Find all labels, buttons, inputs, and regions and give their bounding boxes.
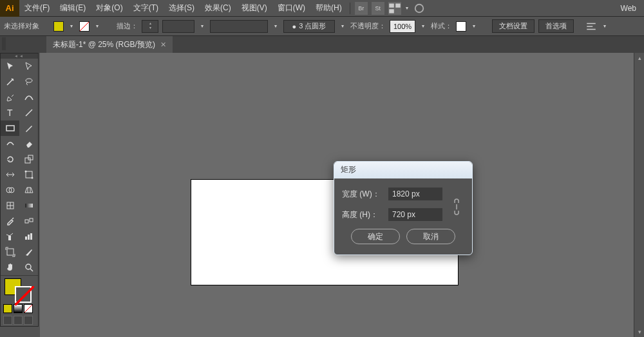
- svg-rect-24: [7, 249, 14, 255]
- color-mode-gradient[interactable]: [14, 304, 23, 313]
- fill-stroke-control[interactable]: [1, 277, 38, 303]
- svg-point-4: [12, 79, 14, 80]
- opacity-input[interactable]: 100%: [390, 20, 415, 33]
- gradient-tool[interactable]: [19, 198, 38, 213]
- stroke-weight-field[interactable]: [162, 20, 194, 33]
- menu-object[interactable]: 对象(O): [91, 3, 128, 14]
- brush-dropdown-icon[interactable]: ▾: [339, 23, 346, 29]
- arrange-docs-icon[interactable]: [388, 2, 401, 15]
- width-tool[interactable]: [1, 167, 19, 182]
- scroll-down-icon[interactable]: ▾: [634, 327, 644, 337]
- menu-effect[interactable]: 效果(C): [200, 3, 236, 14]
- document-tab[interactable]: 未标题-1* @ 25% (RGB/预览) ✕: [46, 36, 173, 53]
- paintbrush-tool[interactable]: [19, 120, 38, 136]
- line-segment-tool[interactable]: [19, 105, 38, 120]
- stroke-color-box[interactable]: [15, 286, 32, 303]
- rotate-tool[interactable]: [1, 151, 19, 167]
- rectangle-tool[interactable]: [1, 120, 19, 136]
- dialog-title[interactable]: 矩形: [334, 162, 472, 178]
- arrange-dropdown-icon[interactable]: ▾: [403, 5, 411, 11]
- style-label: 样式：: [431, 21, 452, 31]
- app-logo-text: Ai: [6, 3, 14, 13]
- align-dropdown-icon[interactable]: ▾: [601, 23, 609, 29]
- free-transform-tool[interactable]: [19, 167, 38, 182]
- curvature-tool[interactable]: [19, 90, 38, 105]
- svg-rect-8: [6, 126, 14, 131]
- workspace-label[interactable]: Web: [621, 4, 644, 13]
- svg-rect-1: [395, 3, 401, 7]
- close-tab-icon[interactable]: ✕: [160, 41, 166, 49]
- bridge-icon[interactable]: Br: [355, 2, 368, 15]
- draw-normal[interactable]: [3, 316, 12, 325]
- fill-dropdown-icon[interactable]: ▾: [68, 23, 75, 29]
- pen-tool[interactable]: [1, 90, 19, 105]
- options-bar: 未选择对象 ▾ ▾ 描边： ▴▾ ▾ ▾ ● 3 点圆形 ▾ 不透明度： 100…: [0, 17, 644, 36]
- tools-panel-handle[interactable]: ◄◄: [1, 53, 38, 59]
- opacity-dropdown-icon[interactable]: ▾: [419, 23, 427, 29]
- eraser-tool[interactable]: [19, 136, 38, 151]
- slice-tool[interactable]: [19, 244, 38, 260]
- mesh-tool[interactable]: [1, 198, 19, 213]
- ok-button[interactable]: 确定: [351, 229, 400, 244]
- scroll-track[interactable]: [634, 63, 644, 327]
- draw-behind[interactable]: [14, 316, 23, 325]
- svg-point-3: [415, 4, 423, 12]
- tools-separator: [1, 275, 38, 276]
- shape-builder-tool[interactable]: [1, 182, 19, 198]
- stroke-weight-input[interactable]: ▴▾: [142, 20, 158, 33]
- perspective-grid-tool[interactable]: [19, 182, 38, 198]
- graphic-style-swatch[interactable]: [456, 21, 466, 32]
- shaper-tool[interactable]: [1, 136, 19, 151]
- height-input[interactable]: [388, 208, 442, 221]
- scroll-up-icon[interactable]: ▴: [634, 53, 644, 63]
- preferences-button[interactable]: 首选项: [538, 19, 574, 33]
- color-mode-none[interactable]: [24, 304, 33, 313]
- eyedropper-tool[interactable]: [1, 213, 19, 229]
- style-dropdown-icon[interactable]: ▾: [470, 23, 478, 29]
- lasso-tool[interactable]: [19, 74, 38, 90]
- symbol-sprayer-tool[interactable]: [1, 229, 19, 244]
- var-width-profile[interactable]: [210, 20, 268, 33]
- cancel-button[interactable]: 取消: [406, 229, 455, 244]
- constrain-proportions-icon[interactable]: [451, 198, 462, 216]
- svg-point-12: [24, 171, 26, 173]
- menu-file[interactable]: 文件(F): [19, 3, 55, 14]
- menu-window[interactable]: 窗口(W): [272, 3, 310, 14]
- direct-selection-tool[interactable]: [19, 59, 38, 74]
- document-tab-title: 未标题-1* @ 25% (RGB/预览): [53, 39, 155, 50]
- opacity-label: 不透明度：: [350, 21, 386, 31]
- blend-tool[interactable]: [19, 213, 38, 229]
- menu-help[interactable]: 帮助(H): [310, 3, 347, 14]
- brush-definition[interactable]: ● 3 点圆形: [283, 20, 335, 33]
- stroke-dropdown-icon[interactable]: ▾: [93, 23, 101, 29]
- svg-rect-0: [389, 3, 394, 7]
- align-icon[interactable]: [585, 21, 597, 32]
- menu-edit[interactable]: 编辑(E): [55, 3, 91, 14]
- scale-tool[interactable]: [19, 151, 38, 167]
- tabbar-handle[interactable]: [2, 37, 6, 50]
- zoom-tool[interactable]: [19, 260, 38, 275]
- fill-swatch[interactable]: [53, 21, 64, 32]
- stroke-weight-dropdown-icon[interactable]: ▾: [198, 23, 206, 29]
- document-setup-button[interactable]: 文档设置: [492, 19, 535, 33]
- hand-tool[interactable]: [1, 260, 19, 275]
- menu-type[interactable]: 文字(T): [128, 3, 164, 14]
- rectangle-dialog: 矩形 宽度 (W)： 高度 (H)： 确定 取消: [334, 161, 473, 255]
- width-input[interactable]: [388, 188, 442, 200]
- selection-tool[interactable]: [1, 59, 19, 74]
- draw-inside[interactable]: [24, 316, 33, 325]
- menu-select[interactable]: 选择(S): [164, 3, 200, 14]
- column-graph-tool[interactable]: [19, 229, 38, 244]
- color-mode-fill[interactable]: [3, 304, 12, 313]
- gpu-icon[interactable]: [413, 2, 426, 15]
- var-width-dropdown-icon[interactable]: ▾: [272, 23, 279, 29]
- stock-icon[interactable]: St: [372, 2, 384, 15]
- type-tool[interactable]: T: [1, 105, 19, 120]
- artboard-tool[interactable]: [1, 244, 19, 260]
- magic-wand-tool[interactable]: [1, 74, 19, 90]
- menu-view[interactable]: 视图(V): [236, 3, 272, 14]
- stroke-swatch[interactable]: [79, 21, 90, 32]
- stroke-label: 描边：: [117, 21, 138, 31]
- svg-point-5: [26, 79, 32, 82]
- vertical-scrollbar[interactable]: ▴ ▾: [634, 53, 644, 337]
